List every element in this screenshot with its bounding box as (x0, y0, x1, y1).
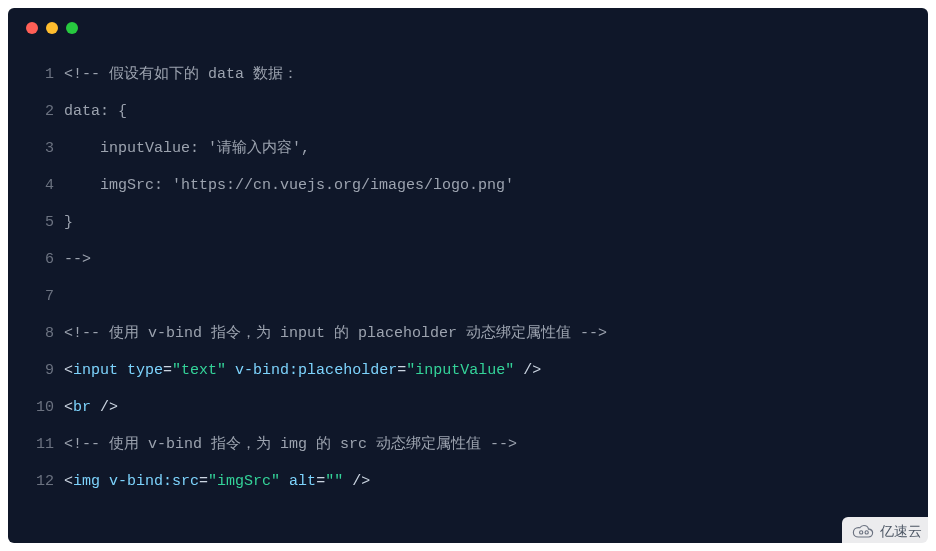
code-line: 11<!-- 使用 v-bind 指令，为 img 的 src 动态绑定属性值 … (26, 426, 910, 463)
line-number: 3 (26, 130, 54, 167)
line-content: --> (54, 241, 91, 278)
line-content: <input type="text" v-bind:placeholder="i… (54, 352, 541, 389)
maximize-icon[interactable] (66, 22, 78, 34)
window-titlebar (26, 22, 910, 34)
line-content (54, 278, 64, 315)
line-content: <br /> (54, 389, 118, 426)
code-line: 7 (26, 278, 910, 315)
code-block: 1<!-- 假设有如下的 data 数据：2data: {3 inputValu… (26, 56, 910, 500)
code-line: 6--> (26, 241, 910, 278)
line-number: 11 (26, 426, 54, 463)
line-number: 4 (26, 167, 54, 204)
line-number: 2 (26, 93, 54, 130)
line-number: 1 (26, 56, 54, 93)
line-content: <img v-bind:src="imgSrc" alt="" /> (54, 463, 370, 500)
close-icon[interactable] (26, 22, 38, 34)
line-number: 7 (26, 278, 54, 315)
code-line: 10<br /> (26, 389, 910, 426)
line-content: data: { (54, 93, 127, 130)
line-number: 12 (26, 463, 54, 500)
line-number: 8 (26, 315, 54, 352)
line-content: } (54, 204, 73, 241)
line-content: <!-- 假设有如下的 data 数据： (54, 56, 298, 93)
code-editor: 1<!-- 假设有如下的 data 数据：2data: {3 inputValu… (8, 8, 928, 543)
line-content: imgSrc: 'https://cn.vuejs.org/images/log… (54, 167, 514, 204)
watermark: 亿速云 (842, 517, 932, 547)
line-content: <!-- 使用 v-bind 指令，为 input 的 placeholder … (54, 315, 607, 352)
code-line: 3 inputValue: '请输入内容', (26, 130, 910, 167)
code-line: 8<!-- 使用 v-bind 指令，为 input 的 placeholder… (26, 315, 910, 352)
line-number: 10 (26, 389, 54, 426)
svg-point-0 (860, 530, 863, 533)
code-line: 12<img v-bind:src="imgSrc" alt="" /> (26, 463, 910, 500)
cloud-icon (852, 524, 874, 541)
code-line: 4 imgSrc: 'https://cn.vuejs.org/images/l… (26, 167, 910, 204)
code-line: 9<input type="text" v-bind:placeholder="… (26, 352, 910, 389)
line-content: inputValue: '请输入内容', (54, 130, 310, 167)
line-number: 9 (26, 352, 54, 389)
code-line: 1<!-- 假设有如下的 data 数据： (26, 56, 910, 93)
code-line: 5} (26, 204, 910, 241)
line-number: 5 (26, 204, 54, 241)
line-number: 6 (26, 241, 54, 278)
svg-point-1 (865, 530, 868, 533)
watermark-text: 亿速云 (880, 523, 922, 541)
code-line: 2data: { (26, 93, 910, 130)
minimize-icon[interactable] (46, 22, 58, 34)
line-content: <!-- 使用 v-bind 指令，为 img 的 src 动态绑定属性值 --… (54, 426, 517, 463)
